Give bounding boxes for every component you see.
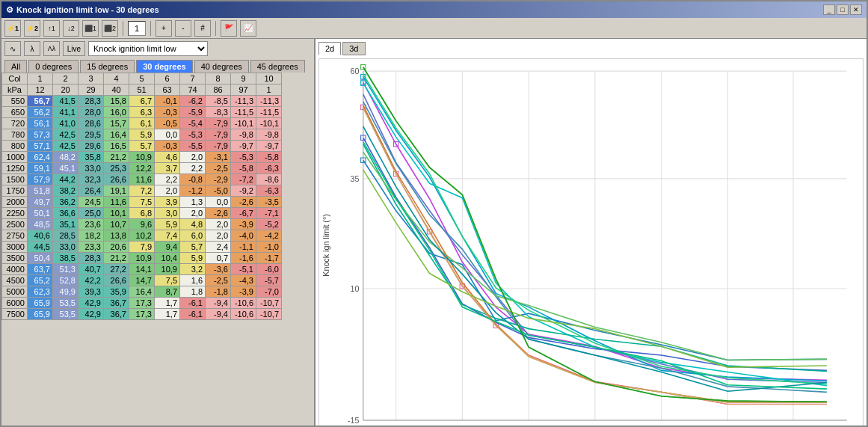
close-button[interactable]: ✕ [850,4,862,15]
cell-2500-3[interactable]: 23,6 [79,219,104,230]
cell-7500-9[interactable]: -10,6 [231,309,256,320]
cell-650-1[interactable]: 56,2 [28,107,53,118]
cell-1750-9[interactable]: -9,2 [231,185,256,197]
cell-800-5[interactable]: 5,7 [129,141,155,152]
cell-720-9[interactable]: -10,1 [231,118,256,129]
cell-1500-7[interactable]: -0,8 [180,174,206,185]
cell-2000-7[interactable]: 1,3 [180,197,206,208]
cell-2750-9[interactable]: -4,0 [231,230,256,242]
cell-7500-8[interactable]: -9,4 [206,309,231,320]
cell-2250-4[interactable]: 10,1 [104,208,129,219]
cell-650-9[interactable]: -11,5 [231,107,256,118]
cell-1750-6[interactable]: 2,0 [155,185,180,197]
cell-4000-8[interactable]: -3,6 [206,264,231,275]
cell-4000-7[interactable]: 3,2 [180,264,206,275]
cell-4500-1[interactable]: 65,2 [28,275,53,286]
cell-7500-10[interactable]: -10,7 [256,309,282,320]
cell-3500-6[interactable]: 10,4 [155,253,180,264]
cell-2250-10[interactable]: -7,1 [256,208,282,219]
cell-4500-4[interactable]: 26,6 [104,275,129,286]
graph-button[interactable]: 📈 [240,20,256,37]
cell-720-3[interactable]: 28,6 [79,118,104,129]
cell-2750-7[interactable]: 6,0 [180,230,206,242]
cell-3000-3[interactable]: 23,3 [79,242,104,253]
cell-1500-2[interactable]: 44,2 [53,174,79,185]
cell-2250-2[interactable]: 36,6 [53,208,79,219]
cell-800-10[interactable]: -9,7 [256,141,282,152]
cell-7500-2[interactable]: 53,5 [53,309,79,320]
cell-780-6[interactable]: 0,0 [155,129,180,141]
cell-1250-6[interactable]: 3,7 [155,163,180,174]
cell-2250-5[interactable]: 6,8 [129,208,155,219]
tab-all[interactable]: All [4,60,27,73]
cell-6000-5[interactable]: 17,3 [129,298,155,309]
tool-btn-3[interactable]: ↑1 [43,20,60,37]
cell-6000-8[interactable]: -9,4 [206,298,231,309]
filter-lambda-btn[interactable]: λ [24,41,40,56]
cell-800-1[interactable]: 57,1 [28,141,53,152]
cell-2500-6[interactable]: 5,9 [155,219,180,230]
map-dropdown[interactable]: Knock ignition limit low Knock ignition … [88,41,208,56]
cell-2750-1[interactable]: 40,6 [28,230,53,242]
cell-4500-2[interactable]: 52,8 [53,275,79,286]
tab-0deg[interactable]: 0 degrees [28,60,79,73]
cell-2000-8[interactable]: 0,0 [206,197,231,208]
cell-550-1[interactable]: 56,7 [28,96,53,107]
cell-2750-8[interactable]: 2,0 [206,230,231,242]
cell-2500-8[interactable]: 2,0 [206,219,231,230]
cell-4500-10[interactable]: -5,7 [256,275,282,286]
chart-tab-3d[interactable]: 3d [342,42,365,55]
cell-5000-10[interactable]: -7,0 [256,286,282,298]
cell-720-1[interactable]: 56,1 [28,118,53,129]
cell-720-2[interactable]: 41,0 [53,118,79,129]
cell-1500-6[interactable]: 2,2 [155,174,180,185]
cell-3500-3[interactable]: 28,3 [79,253,104,264]
tool-btn-5[interactable]: ⬛1 [82,20,99,37]
cell-1000-1[interactable]: 62,4 [28,152,53,163]
cell-6000-10[interactable]: -10,7 [256,298,282,309]
chart-tab-2d[interactable]: 2d [318,42,341,55]
cell-6000-6[interactable]: 1,7 [155,298,180,309]
cell-1500-3[interactable]: 32,3 [79,174,104,185]
cell-780-1[interactable]: 57,3 [28,129,53,141]
cell-650-5[interactable]: 6,3 [129,107,155,118]
cell-4000-3[interactable]: 40,7 [79,264,104,275]
cell-2500-7[interactable]: 4,8 [180,219,206,230]
tab-30deg[interactable]: 30 degrees [136,60,192,73]
cell-1000-7[interactable]: 2,0 [180,152,206,163]
cell-780-2[interactable]: 42,5 [53,129,79,141]
cell-5000-5[interactable]: 16,4 [129,286,155,298]
cell-3500-9[interactable]: -1,6 [231,253,256,264]
cell-4500-9[interactable]: -4,3 [231,275,256,286]
cell-1000-9[interactable]: -5,3 [231,152,256,163]
tab-15deg[interactable]: 15 degrees [80,60,135,73]
cell-1750-3[interactable]: 26,4 [79,185,104,197]
cell-1000-2[interactable]: 48,2 [53,152,79,163]
cell-1000-10[interactable]: -5,8 [256,152,282,163]
cell-4000-9[interactable]: -5,1 [231,264,256,275]
cell-3000-5[interactable]: 7,9 [129,242,155,253]
plus-button[interactable]: + [156,20,172,37]
cell-1750-10[interactable]: -6,3 [256,185,282,197]
cell-800-8[interactable]: -7,9 [206,141,231,152]
cell-550-8[interactable]: -8,5 [206,96,231,107]
tool-btn-2[interactable]: ⚡2 [24,20,40,37]
cell-7500-1[interactable]: 65,9 [28,309,53,320]
cell-650-2[interactable]: 41,1 [53,107,79,118]
cell-1250-8[interactable]: -2,5 [206,163,231,174]
cell-2250-1[interactable]: 50,1 [28,208,53,219]
cell-800-3[interactable]: 29,6 [79,141,104,152]
cell-780-7[interactable]: -5,3 [180,129,206,141]
cell-5000-1[interactable]: 62,3 [28,286,53,298]
cell-7500-6[interactable]: 1,7 [155,309,180,320]
minus-button[interactable]: - [175,20,191,37]
cell-3500-10[interactable]: -1,7 [256,253,282,264]
cell-720-10[interactable]: -10,1 [256,118,282,129]
tab-40deg[interactable]: 40 degrees [194,60,249,73]
cell-2000-1[interactable]: 49,7 [28,197,53,208]
cell-2750-5[interactable]: 10,2 [129,230,155,242]
tool-btn-1[interactable]: ⚡1 [4,20,21,37]
cell-800-7[interactable]: -5,5 [180,141,206,152]
cell-2750-2[interactable]: 28,5 [53,230,79,242]
cell-1250-10[interactable]: -6,3 [256,163,282,174]
